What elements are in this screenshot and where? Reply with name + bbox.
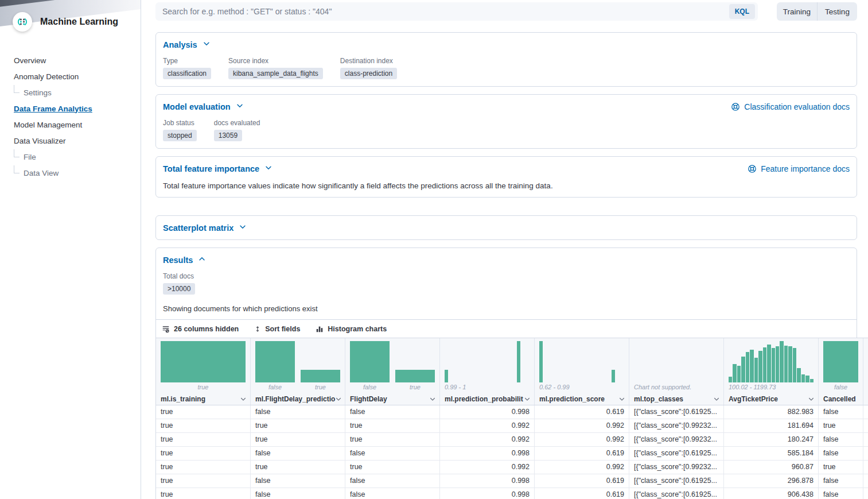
cell-ml.top_classes[interactable]: [{"class_score":[0.61925... bbox=[629, 474, 724, 488]
column-title-AvgTicketPrice[interactable]: AvgTicketPrice bbox=[724, 393, 818, 405]
cell-ml.top_classes[interactable]: [{"class_score":[0.61925... bbox=[629, 405, 724, 419]
cell-FlightDelay[interactable]: false bbox=[345, 405, 440, 419]
cell-FlightDelay[interactable]: false bbox=[345, 474, 440, 488]
cell-ml.prediction_probabilit[interactable]: 0.998 bbox=[440, 474, 535, 488]
cell-ml.prediction_probabilit[interactable]: 0.992 bbox=[440, 461, 535, 474]
chevron-down-icon[interactable] bbox=[264, 164, 273, 173]
cell-ml.prediction_score[interactable]: 0.992 bbox=[535, 433, 629, 446]
cell-AvgTicketPrice[interactable]: 296.878 bbox=[724, 474, 819, 488]
cell-ml.prediction_score[interactable]: 0.619 bbox=[535, 474, 629, 488]
kql-button[interactable]: KQL bbox=[729, 4, 755, 19]
cell-ml.FlightDelay_predictio[interactable]: true bbox=[251, 419, 345, 432]
cell-ml.is_training[interactable]: true bbox=[156, 433, 251, 446]
classification-evaluation-docs-link[interactable]: Classification evaluation docs bbox=[731, 102, 850, 111]
columns-hidden-button[interactable]: 26 columns hidden bbox=[162, 325, 239, 333]
histogram-charts-button[interactable]: Histogram charts bbox=[316, 325, 387, 333]
sidebar-item-data-view[interactable]: Data View bbox=[14, 165, 141, 181]
chevron-down-icon[interactable] bbox=[239, 223, 247, 233]
cell-AvgTicketPrice[interactable]: 181.694 bbox=[724, 419, 819, 432]
sidebar-item-data-visualizer[interactable]: Data Visualizer bbox=[14, 133, 141, 149]
cell-ml.is_training[interactable]: true bbox=[156, 474, 251, 488]
cell-ml.is_training[interactable]: true bbox=[156, 405, 251, 419]
cell-ml.is_training[interactable]: true bbox=[156, 461, 251, 474]
cell-AvgTicketPrice[interactable]: 180.247 bbox=[724, 433, 819, 446]
cell-ml.FlightDelay_predictio[interactable]: false bbox=[251, 405, 345, 419]
search-input[interactable]: Search for e.g. method : "GET" or status… bbox=[155, 2, 758, 21]
cell-ml.top_classes[interactable]: [{"class_score":[0.99232... bbox=[629, 461, 724, 474]
feature-importance-docs-link[interactable]: Feature importance docs bbox=[748, 164, 850, 173]
testing-button[interactable]: Testing bbox=[817, 2, 857, 21]
cell-ml.prediction_score[interactable]: 0.992 bbox=[535, 461, 629, 474]
destination-index-badge: class-prediction bbox=[340, 68, 397, 79]
cell-FlightDelay[interactable]: false bbox=[345, 447, 440, 460]
cell-FlightDelay[interactable]: false bbox=[345, 488, 440, 499]
sidebar-item-anomaly-detection[interactable]: Anomaly Detection bbox=[14, 68, 141, 84]
sidebar-item-model-management[interactable]: Model Management bbox=[14, 117, 141, 133]
sidebar-item-overview[interactable]: Overview bbox=[14, 52, 141, 68]
scatterplot-section-toggle[interactable]: Scatterplot matrix bbox=[163, 223, 247, 233]
cell-ml.is_training[interactable]: true bbox=[156, 447, 251, 460]
cell-FlightDelay[interactable]: true bbox=[345, 433, 440, 446]
help-icon bbox=[748, 164, 757, 173]
cell-ml.prediction_score[interactable]: 0.619 bbox=[535, 405, 629, 419]
cell-ml.top_classes[interactable]: [{"class_score":[0.61925... bbox=[629, 447, 724, 460]
cell-ml.prediction_probabilit[interactable]: 0.992 bbox=[440, 419, 535, 432]
cell-ml.is_training[interactable]: true bbox=[156, 488, 251, 499]
cell-ml.prediction_probabilit[interactable]: 0.998 bbox=[440, 447, 535, 460]
chevron-down-icon[interactable] bbox=[713, 396, 720, 403]
analysis-section-toggle[interactable]: Analysis bbox=[163, 40, 211, 49]
column-title-ml.prediction_probabilit[interactable]: ml.prediction_probabilit bbox=[440, 393, 534, 405]
results-section-toggle[interactable]: Results bbox=[163, 255, 850, 265]
cell-Cancelled[interactable]: false bbox=[819, 447, 863, 460]
cell-Cancelled[interactable]: true bbox=[819, 461, 863, 474]
cell-AvgTicketPrice[interactable]: 960.87 bbox=[724, 461, 819, 474]
chevron-down-icon[interactable] bbox=[808, 396, 815, 403]
cell-ml.FlightDelay_predictio[interactable]: false bbox=[251, 488, 345, 499]
cell-Cancelled[interactable]: false bbox=[819, 405, 863, 419]
column-title-ml.top_classes[interactable]: ml.top_classes bbox=[629, 393, 723, 405]
cell-ml.top_classes[interactable]: [{"class_score":[0.99232... bbox=[629, 433, 724, 446]
chevron-up-icon[interactable] bbox=[198, 255, 206, 265]
cell-Cancelled[interactable]: false bbox=[819, 433, 863, 446]
column-title-FlightDelay[interactable]: FlightDelay bbox=[345, 393, 439, 405]
chevron-down-icon[interactable] bbox=[429, 396, 436, 403]
column-title-ml.prediction_score[interactable]: ml.prediction_score bbox=[535, 393, 629, 405]
cell-ml.top_classes[interactable]: [{"class_score":[0.61925... bbox=[629, 488, 724, 499]
cell-Cancelled[interactable]: true bbox=[819, 419, 863, 432]
training-button[interactable]: Training bbox=[777, 2, 817, 21]
sidebar-item-settings[interactable]: Settings bbox=[14, 84, 141, 100]
chevron-down-icon[interactable] bbox=[240, 396, 247, 403]
cell-ml.top_classes[interactable]: [{"class_score":[0.99232... bbox=[629, 419, 724, 432]
cell-ml.FlightDelay_predictio[interactable]: false bbox=[251, 474, 345, 488]
chevron-down-icon[interactable] bbox=[618, 396, 625, 403]
chevron-down-icon[interactable] bbox=[236, 102, 244, 111]
feature-importance-section-toggle[interactable]: Total feature importance bbox=[163, 164, 273, 173]
sidebar-item-data-frame-analytics[interactable]: Data Frame Analytics bbox=[14, 100, 141, 117]
cell-Cancelled[interactable]: false bbox=[819, 488, 863, 499]
cell-ml.FlightDelay_predictio[interactable]: true bbox=[251, 461, 345, 474]
cell-AvgTicketPrice[interactable]: 906.438 bbox=[724, 488, 819, 499]
cell-ml.prediction_probabilit[interactable]: 0.998 bbox=[440, 405, 535, 419]
cell-FlightDelay[interactable]: true bbox=[345, 461, 440, 474]
cell-ml.prediction_probabilit[interactable]: 0.992 bbox=[440, 433, 535, 446]
column-title-ml.is_training[interactable]: ml.is_training bbox=[156, 393, 250, 405]
cell-ml.prediction_score[interactable]: 0.619 bbox=[535, 488, 629, 499]
cell-ml.prediction_probabilit[interactable]: 0.998 bbox=[440, 488, 535, 499]
cell-AvgTicketPrice[interactable]: 882.983 bbox=[724, 405, 819, 419]
sort-fields-button[interactable]: Sort fields bbox=[254, 325, 300, 333]
cell-AvgTicketPrice[interactable]: 585.184 bbox=[724, 447, 819, 460]
cell-ml.FlightDelay_predictio[interactable]: false bbox=[251, 447, 345, 460]
cell-ml.prediction_score[interactable]: 0.619 bbox=[535, 447, 629, 460]
column-title-ml.FlightDelay_predictio[interactable]: ml.FlightDelay_predictio bbox=[251, 393, 345, 405]
chevron-down-icon[interactable] bbox=[524, 396, 531, 403]
cell-FlightDelay[interactable]: true bbox=[345, 419, 440, 432]
model-evaluation-section-toggle[interactable]: Model evaluation bbox=[163, 102, 244, 111]
column-title-Cancelled[interactable]: Cancelled bbox=[819, 393, 863, 405]
cell-Cancelled[interactable]: false bbox=[819, 474, 863, 488]
cell-ml.FlightDelay_predictio[interactable]: true bbox=[251, 433, 345, 446]
cell-ml.is_training[interactable]: true bbox=[156, 419, 251, 432]
sidebar-item-file[interactable]: File bbox=[14, 149, 141, 165]
chevron-down-icon[interactable] bbox=[335, 396, 342, 403]
cell-ml.prediction_score[interactable]: 0.992 bbox=[535, 419, 629, 432]
chevron-down-icon[interactable] bbox=[203, 40, 211, 49]
